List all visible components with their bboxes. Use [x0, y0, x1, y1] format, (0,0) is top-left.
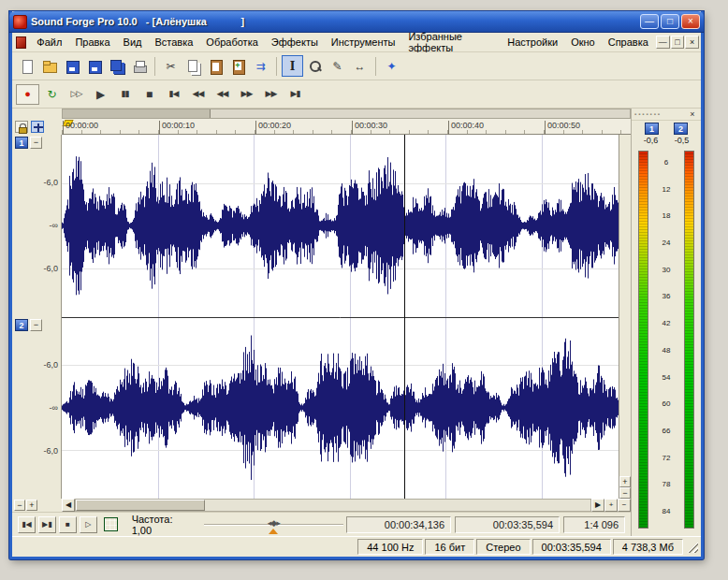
rewind-button[interactable]: ◀◀ — [211, 84, 234, 105]
print-button[interactable] — [128, 55, 150, 77]
minimize-button[interactable]: — — [640, 14, 659, 29]
new-button[interactable] — [16, 55, 37, 77]
waveform-display[interactable] — [62, 135, 619, 499]
toolbar-separator — [276, 57, 277, 76]
rate-slider[interactable]: ◂◆▸ — [204, 517, 343, 532]
child-minimize-button[interactable]: — — [656, 36, 670, 49]
copy-button[interactable] — [182, 55, 204, 77]
document-system-icon[interactable] — [16, 36, 26, 49]
app-icon[interactable] — [13, 15, 27, 29]
play-all-button[interactable]: ▷▷ — [65, 84, 88, 105]
scroll-left-button[interactable]: ◀ — [62, 499, 75, 512]
menu-item-insert[interactable]: Вставка — [148, 34, 199, 51]
menu-item-process[interactable]: Обработка — [199, 34, 264, 51]
maximize-button[interactable]: □ — [661, 14, 679, 29]
next-marker-button[interactable]: ▶▶ — [259, 84, 283, 105]
menu-item-tools[interactable]: Инструменты — [325, 34, 402, 51]
record-button[interactable]: ● — [16, 84, 39, 105]
loop-playback-button[interactable]: ↻ — [40, 84, 64, 105]
menu-item-file[interactable]: Файл — [30, 34, 68, 51]
menu-item-edit[interactable]: Правка — [68, 34, 116, 51]
playbar-stop-button[interactable]: ■ — [59, 516, 77, 533]
stop-button[interactable]: ■ — [138, 84, 161, 105]
level-meter-2[interactable] — [684, 151, 694, 529]
mix-button[interactable]: ⇉ — [250, 55, 271, 77]
scroll-right-button[interactable]: ▶ — [591, 499, 604, 512]
zoom-out-button[interactable]: − — [618, 499, 631, 512]
event-tool-button[interactable]: ↔ — [349, 55, 371, 77]
save-all-icon — [109, 59, 124, 74]
playbar-go-to-end-button[interactable]: ▶▮ — [38, 516, 56, 533]
db-label: -∞ — [50, 221, 58, 230]
channel-1-collapse-button[interactable]: − — [30, 137, 42, 149]
channel-2-collapse-button[interactable]: − — [30, 319, 42, 331]
desktop: { "titlebar": { "title": "Sound Forge Pr… — [0, 0, 728, 580]
vertical-zoom-out-button[interactable]: − — [619, 487, 631, 499]
favorites-button[interactable]: ✦ — [381, 55, 402, 77]
rate-slider-thumb[interactable]: ◂◆▸ — [268, 518, 280, 528]
title-bar[interactable]: Sound Forge Pro 10.0 - [Алёнушка ] — □ × — [9, 11, 704, 33]
menu-item-view[interactable]: Вид — [117, 34, 149, 51]
meter-channel-1-badge[interactable]: 1 — [645, 123, 659, 135]
cut-button[interactable]: ✂ — [160, 55, 182, 77]
meters-title-bar[interactable]: ▪▪▪▪▪▪▪ × — [632, 109, 701, 121]
previous-marker-button[interactable]: ◀◀ — [186, 84, 210, 105]
meters-close-button[interactable]: × — [687, 109, 698, 120]
open-button[interactable] — [38, 55, 60, 77]
close-button[interactable]: × — [681, 14, 700, 29]
meter-scale-label: 60 — [662, 399, 671, 408]
standard-toolbar: ✂ ⇉ I ✎ ↔ ✦ — [12, 52, 701, 80]
channel-2-badge[interactable]: 2 — [15, 319, 28, 331]
save-all-button[interactable] — [106, 55, 127, 77]
lock-icon[interactable] — [15, 121, 28, 133]
paste-special-button[interactable] — [227, 55, 249, 77]
channel-gutter: 1 − 2 − -6,0 -∞ -6,0 -6,0 -∞ -6,0 — [12, 135, 62, 499]
stop-icon: ■ — [146, 89, 153, 100]
cursor-time-field[interactable]: 00:00:34,136 — [346, 516, 451, 533]
overview-bar[interactable] — [62, 109, 631, 119]
plugin-chainer-icon[interactable] — [104, 517, 118, 531]
vertical-zoom-in-button[interactable]: + — [619, 476, 631, 487]
zoom-in-button[interactable]: + — [604, 499, 618, 512]
scrollbar-thumb[interactable] — [76, 500, 205, 511]
meters-drag-handle[interactable]: ▪▪▪▪▪▪▪ — [634, 111, 687, 117]
edit-tool-button[interactable]: I — [282, 55, 303, 77]
total-length-field[interactable]: 00:03:35,594 — [455, 516, 560, 533]
magnify-tool-button[interactable] — [304, 55, 326, 77]
pause-button[interactable]: ▮▮ — [113, 84, 137, 105]
save-as-button[interactable] — [83, 55, 105, 77]
zoom-ratio-field[interactable]: 1:4 096 — [563, 516, 625, 533]
child-close-button[interactable]: × — [685, 36, 699, 49]
snap-icon[interactable] — [31, 121, 44, 133]
peak-value-2[interactable]: -0,5 — [675, 136, 690, 147]
peak-value-1[interactable]: -0,6 — [644, 136, 659, 147]
toolbar-separator — [154, 57, 155, 76]
meter-channel-2-badge[interactable]: 2 — [674, 123, 688, 135]
horizontal-scrollbar[interactable] — [75, 499, 591, 512]
go-to-end-button[interactable]: ▶▮ — [284, 84, 307, 105]
time-zoom-out-button[interactable]: − — [14, 500, 25, 511]
go-to-start-button[interactable]: ▮◀ — [162, 84, 185, 105]
level-meter-1[interactable] — [638, 151, 648, 529]
meter-scale-label: 24 — [662, 239, 671, 247]
paste-button[interactable] — [205, 55, 226, 77]
meters-peak-values[interactable]: -0,6 -0,5 — [632, 136, 701, 147]
play-button[interactable]: ▶ — [89, 84, 112, 105]
channel-1-badge[interactable]: 1 — [15, 137, 28, 149]
time-ruler[interactable]: 00:00:00 00:00:10 00:00:20 00:00:30 00:0… — [62, 119, 631, 135]
child-restore-button[interactable]: □ — [671, 36, 685, 49]
overview-thumb[interactable] — [63, 109, 211, 118]
menu-item-help[interactable]: Справка — [602, 34, 655, 51]
menu-item-effects[interactable]: Эффекты — [265, 34, 325, 51]
forward-button[interactable]: ▶▶ — [235, 84, 258, 105]
playbar-play-button[interactable]: ▷ — [80, 516, 97, 533]
save-button[interactable] — [61, 55, 82, 77]
waveform-canvas[interactable] — [62, 135, 619, 499]
status-bar: 44 100 Hz 16 бит Стерео 00:03:35,594 4 7… — [12, 536, 701, 557]
pencil-tool-button[interactable]: ✎ — [327, 55, 348, 77]
time-zoom-in-button[interactable]: + — [26, 500, 37, 511]
menu-item-window[interactable]: Окно — [564, 34, 602, 51]
resize-grip[interactable] — [687, 542, 698, 553]
menu-item-options[interactable]: Настройки — [501, 34, 564, 51]
playbar-go-to-start-button[interactable]: ▮◀ — [18, 516, 36, 533]
